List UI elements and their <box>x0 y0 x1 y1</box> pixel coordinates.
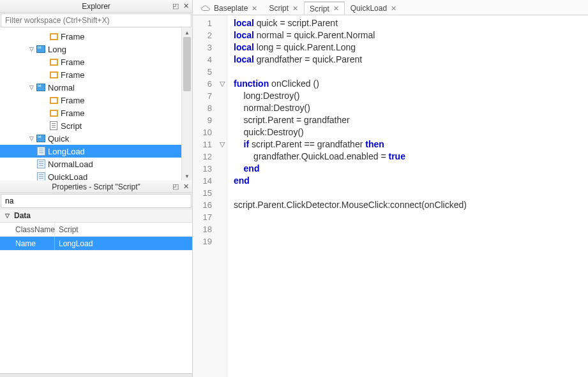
tab-script[interactable]: Script✕ <box>304 1 345 15</box>
tab-close-button[interactable]: ✕ <box>292 4 298 13</box>
code-line[interactable]: local long = quick.Parent.Long <box>234 41 588 54</box>
tree-item-longload[interactable]: ▽LongLoad <box>0 145 192 158</box>
property-value[interactable]: Script <box>55 223 192 236</box>
tree-item-label: Long <box>48 45 66 54</box>
tab-close-button[interactable]: ✕ <box>333 4 339 13</box>
code-line[interactable]: end <box>234 163 588 175</box>
code-editor[interactable]: 12345678910111213141516171819 ▽▽ local q… <box>193 15 588 377</box>
tab-close-button[interactable]: ✕ <box>391 4 396 13</box>
fold-marker <box>217 17 227 29</box>
code-line[interactable] <box>234 66 588 78</box>
tree-item-normalload[interactable]: ▽NormalLoad <box>0 158 192 170</box>
code-line[interactable]: local quick = script.Parent <box>234 17 588 29</box>
code-line[interactable] <box>234 223 588 235</box>
gui-icon <box>36 83 46 92</box>
scroll-down-button[interactable]: ▼ <box>182 172 192 181</box>
tree-item-label: Normal <box>48 83 75 92</box>
properties-dock-button[interactable]: ◰ <box>170 182 181 192</box>
code-line[interactable]: script.Parent = grandfather <box>234 114 588 126</box>
fold-marker <box>217 41 227 54</box>
code-line[interactable]: normal:Destroy() <box>234 102 588 114</box>
explorer-close-button[interactable]: ✕ <box>181 1 191 11</box>
fold-marker <box>217 54 227 66</box>
tree-item-quick[interactable]: ▽Quick <box>0 132 192 145</box>
expander-icon[interactable]: ▽ <box>27 134 36 143</box>
tab-close-button[interactable]: ✕ <box>252 4 257 13</box>
tree-item-frame[interactable]: ▽Frame <box>0 30 192 43</box>
code-line[interactable] <box>234 235 588 248</box>
text-icon <box>36 159 46 168</box>
fold-marker <box>217 175 227 187</box>
tree-item-label: Frame <box>61 32 85 41</box>
property-row-classname[interactable]: ClassNameScript <box>0 223 192 237</box>
line-number: 15 <box>193 187 212 199</box>
explorer-dock-button[interactable]: ◰ <box>170 1 181 11</box>
properties-header: Properties - Script "Script" ◰ ✕ <box>0 181 192 193</box>
tree-item-script[interactable]: ▽Script <box>0 119 192 132</box>
tab-script[interactable]: Script✕ <box>263 1 304 15</box>
expander-icon[interactable]: ▽ <box>27 83 36 92</box>
tree-item-frame[interactable]: ▽Frame <box>0 107 192 119</box>
code-line[interactable]: quick:Destroy() <box>234 126 588 138</box>
gui-icon <box>36 45 46 54</box>
explorer-filter-input[interactable] <box>1 13 192 27</box>
script-icon <box>49 121 59 130</box>
code-line[interactable]: local normal = quick.Parent.Normal <box>234 29 588 41</box>
frame-icon <box>49 96 59 105</box>
code-line[interactable]: script.Parent.ClickDetector.MouseClick:c… <box>234 199 588 211</box>
frame-icon <box>49 57 59 66</box>
code-area[interactable]: local quick = script.Parentlocal normal … <box>227 15 588 377</box>
tree-item-label: Frame <box>61 70 85 80</box>
code-line[interactable] <box>234 211 588 223</box>
fold-marker <box>217 29 227 41</box>
property-value[interactable]: LongLoad <box>55 237 192 250</box>
tree-item-frame[interactable]: ▽Frame <box>0 94 192 107</box>
tree-item-frame[interactable]: ▽Frame <box>0 55 192 68</box>
code-line[interactable]: end <box>234 175 588 187</box>
code-line[interactable]: long:Destroy() <box>234 90 588 102</box>
fold-marker[interactable]: ▽ <box>217 138 227 151</box>
tab-label: Script <box>310 4 329 13</box>
tree-item-frame[interactable]: ▽Frame <box>0 68 192 81</box>
properties-filter-input[interactable] <box>1 194 192 208</box>
tree-item-quickload[interactable]: ▽QuickLoad <box>0 170 192 181</box>
line-number: 6 <box>193 78 212 90</box>
fold-marker[interactable]: ▽ <box>217 78 227 90</box>
tree-item-label: Script <box>61 121 82 131</box>
tab-quickload[interactable]: QuickLoad✕ <box>345 1 402 15</box>
fold-marker <box>217 126 227 138</box>
tree-item-label: LongLoad <box>48 147 85 156</box>
properties-close-button[interactable]: ✕ <box>181 182 191 192</box>
tree-item-long[interactable]: ▽Long <box>0 43 192 55</box>
tree-item-normal[interactable]: ▽Normal <box>0 81 192 94</box>
code-line[interactable]: local grandfather = quick.Parent <box>234 54 588 66</box>
tree-item-label: Frame <box>61 108 85 118</box>
line-number: 3 <box>193 41 212 54</box>
explorer-tree[interactable]: ▽Frame▽Long▽Frame▽Frame▽Normal▽Frame▽Fra… <box>0 28 192 181</box>
properties-table: ClassNameScriptNameLongLoad <box>0 223 192 373</box>
tree-item-label: Frame <box>61 96 85 105</box>
tree-item-label: Frame <box>61 57 85 67</box>
scroll-up-button[interactable]: ▲ <box>182 28 192 37</box>
property-row-name[interactable]: NameLongLoad <box>0 237 192 251</box>
properties-title: Properties - Script "Script" <box>0 182 192 191</box>
panel-resize-handle[interactable] <box>0 373 192 377</box>
code-line[interactable] <box>234 187 588 199</box>
chevron-down-icon[interactable]: ▽ <box>3 211 11 220</box>
code-line[interactable]: function onClicked () <box>234 78 588 90</box>
line-number: 16 <box>193 199 212 211</box>
tree-item-label: Quick <box>48 134 69 144</box>
properties-section-header[interactable]: ▽ Data <box>0 209 192 223</box>
expander-icon[interactable]: ▽ <box>27 45 36 54</box>
tab-baseplate[interactable]: Baseplate✕ <box>195 1 263 15</box>
editor-tab-bar: Baseplate✕Script✕Script✕QuickLoad✕ <box>193 0 588 15</box>
line-number-gutter: 12345678910111213141516171819 <box>193 15 217 377</box>
scroll-thumb[interactable] <box>183 37 191 91</box>
fold-marker <box>217 90 227 102</box>
tab-label: Script <box>269 4 289 13</box>
fold-marker <box>217 211 227 223</box>
line-number: 19 <box>193 235 212 248</box>
code-line[interactable]: if script.Parent == grandfather then <box>234 138 588 151</box>
explorer-scrollbar[interactable]: ▲ ▼ <box>181 28 192 181</box>
code-line[interactable]: grandfather.QuickLoad.enabled = true <box>234 151 588 163</box>
